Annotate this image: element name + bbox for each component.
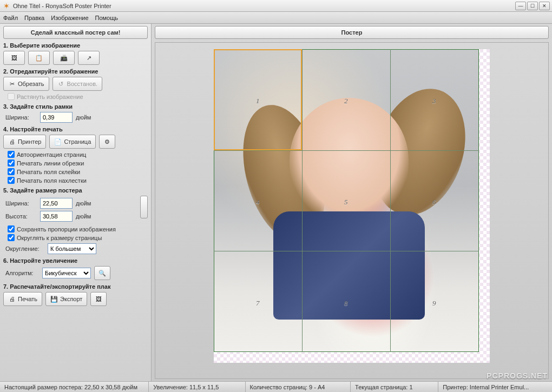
crop-icon: ✂ xyxy=(8,80,16,88)
image-icon: 🖼 xyxy=(10,54,18,62)
statusbar: Настоящий размер постера: 22,50 x 30,58 … xyxy=(0,381,552,392)
gluefields-checkbox[interactable] xyxy=(8,168,15,175)
poster-image xyxy=(214,49,479,352)
algorithm-label: Алгоритм: xyxy=(5,270,39,276)
printer-button[interactable]: 🖨Принтер xyxy=(3,135,46,149)
poster-canvas[interactable]: 1 2 3 4 5 6 7 8 9 xyxy=(214,49,490,363)
autoorient-checkbox[interactable] xyxy=(8,151,15,158)
export-button[interactable]: 💾Экспорт xyxy=(45,292,87,306)
menu-help[interactable]: Помощь xyxy=(95,15,119,21)
window-title: Ohne Titel - RonyaSoft Poster Printer xyxy=(13,3,515,9)
menu-file[interactable]: Файл xyxy=(3,15,18,21)
close-button[interactable]: ✕ xyxy=(539,2,550,10)
open-image-button[interactable]: 🖼 xyxy=(3,51,25,65)
poster-height-label: Высота: xyxy=(5,213,37,220)
sidebar: Сделай классный постер сам! 1. Выберите … xyxy=(0,24,152,381)
export-icon: 💾 xyxy=(50,295,58,303)
status-pages: Количество страниц: 9 - A4 xyxy=(246,382,351,392)
frame-width-unit: дюйм xyxy=(76,114,91,121)
size-scroll-indicator[interactable] xyxy=(140,196,148,218)
status-real-size: Настоящий размер постера: 22,50 x 30,58 … xyxy=(0,382,149,392)
crop-button[interactable]: ✂Обрезать xyxy=(3,77,49,91)
zoom-preview-button[interactable]: 🔍 xyxy=(94,266,110,280)
overlapfields-checkbox[interactable] xyxy=(8,177,15,184)
overlapfields-label: Печатать поля нахлестки xyxy=(17,177,87,184)
stretch-label: Растянуть изображение xyxy=(17,94,83,100)
rounding-select[interactable]: К большем xyxy=(48,243,96,254)
status-current-page: Текущая страница: 1 xyxy=(351,382,438,392)
cutlines-checkbox[interactable] xyxy=(8,160,15,167)
menubar: Файл Правка Изображение Помощь xyxy=(0,12,552,24)
external-button[interactable]: ↗ xyxy=(78,51,100,65)
frame-width-input[interactable] xyxy=(40,112,73,123)
maximize-button[interactable]: ☐ xyxy=(527,2,538,10)
titlebar: ✶ Ohne Titel - RonyaSoft Poster Printer … xyxy=(0,0,552,12)
menu-edit[interactable]: Правка xyxy=(24,15,44,21)
keep-aspect-label: Сохранять пропорции изображения xyxy=(17,226,116,232)
paste-button[interactable]: 📋 xyxy=(28,51,50,65)
image-export-icon: 🖼 xyxy=(95,295,102,303)
poster-width-unit: дюйм xyxy=(76,200,91,207)
keep-aspect-checkbox[interactable] xyxy=(8,225,15,232)
restore-icon: ↺ xyxy=(57,80,65,88)
canvas-wrap: 1 2 3 4 5 6 7 8 9 xyxy=(155,42,549,379)
magnifier-icon: 🔍 xyxy=(98,269,106,277)
frame-width-label: Ширина: xyxy=(5,114,37,121)
watermark: PCPROGS.NET xyxy=(487,371,548,380)
menu-image[interactable]: Изображение xyxy=(51,15,88,21)
section-7-title: 7. Распечатайте/экспортируйте плак xyxy=(3,283,148,290)
clipboard-icon: 📋 xyxy=(35,54,43,62)
section-3-title: 3. Задайте стиль рамки xyxy=(3,103,148,110)
round-page-label: Округлять к размеру страницы xyxy=(17,235,102,241)
poster-width-input[interactable] xyxy=(40,198,73,209)
rounding-label: Округление: xyxy=(5,245,44,252)
poster-height-input[interactable] xyxy=(40,211,73,222)
section-4-title: 4. Настройте печать xyxy=(3,126,148,132)
status-zoom: Увеличение: 11,5 x 11,5 xyxy=(149,382,245,392)
restore-button[interactable]: ↺Восстанов. xyxy=(52,77,103,91)
round-page-checkbox[interactable] xyxy=(8,234,15,241)
preview-area: Постер 1 2 xyxy=(152,24,552,381)
page-icon: 📄 xyxy=(54,138,62,145)
gluefields-label: Печатать поля склейки xyxy=(17,169,80,175)
section-6-title: 6. Настройте увеличение xyxy=(3,257,148,264)
scan-button[interactable]: 📠 xyxy=(53,51,75,65)
page-button[interactable]: 📄Страница xyxy=(49,135,96,149)
stretch-checkbox-row: Растянуть изображение xyxy=(8,93,148,100)
status-printer: Принтер: Internal Printer Emul... xyxy=(438,382,552,392)
minimize-button[interactable]: — xyxy=(515,2,526,10)
section-2-title: 2. Отредактируйте изображение xyxy=(3,68,148,75)
promo-button[interactable]: Сделай классный постер сам! xyxy=(3,26,148,39)
app-icon: ✶ xyxy=(2,2,11,10)
poster-height-unit: дюйм xyxy=(76,213,91,220)
printer-icon: 🖨 xyxy=(8,138,16,145)
settings-icon: ⚙ xyxy=(103,138,111,145)
poster-width-label: Ширина: xyxy=(5,200,37,207)
section-5-title: 5. Задайте размер постера xyxy=(3,187,148,194)
autoorient-label: Автоориентация страниц xyxy=(17,151,86,158)
print-button[interactable]: 🖨Печать xyxy=(3,292,42,306)
algorithm-select[interactable]: Бикубическ xyxy=(42,268,91,278)
cutlines-label: Печатать линии обрезки xyxy=(17,160,84,167)
poster-header: Постер xyxy=(155,26,549,39)
print-icon: 🖨 xyxy=(8,295,16,303)
export-extra-button[interactable]: 🖼 xyxy=(90,292,107,306)
page-extra-button[interactable]: ⚙ xyxy=(99,135,115,149)
section-1-title: 1. Выберите изображение xyxy=(3,42,148,49)
external-icon: ↗ xyxy=(85,54,93,62)
stretch-checkbox xyxy=(8,93,15,100)
scanner-icon: 📠 xyxy=(60,54,68,62)
